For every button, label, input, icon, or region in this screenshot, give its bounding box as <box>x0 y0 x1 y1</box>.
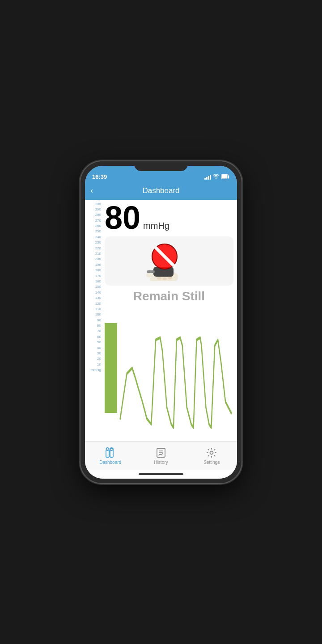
home-bar <box>139 473 183 475</box>
y-label-10: 10 <box>85 362 103 367</box>
y-label-160: 160 <box>85 279 103 284</box>
y-label-180: 180 <box>85 268 103 273</box>
svg-rect-13 <box>105 323 117 412</box>
y-label-150: 150 <box>85 284 103 290</box>
y-label-130: 130 <box>85 295 103 301</box>
mini-chart <box>105 306 233 441</box>
tab-bar: Dashboard History <box>85 441 237 470</box>
nav-bar: ‹ Dashboard <box>85 182 237 200</box>
y-label-110: 110 <box>85 307 103 312</box>
svg-point-8 <box>162 278 167 280</box>
status-time: 16:39 <box>92 173 107 180</box>
y-label-200: 200 <box>85 257 103 262</box>
instruction-card <box>105 236 233 286</box>
svg-rect-1 <box>222 175 228 178</box>
history-icon <box>155 446 167 459</box>
y-label-280: 280 <box>85 212 103 218</box>
svg-point-22 <box>210 451 213 454</box>
y-label-220: 220 <box>85 246 103 251</box>
pressure-value: 80 <box>105 202 140 234</box>
y-label-60: 60 <box>85 334 103 340</box>
y-label-50: 50 <box>85 340 103 345</box>
settings-icon <box>205 446 218 459</box>
main-content: 300 290 280 270 260 250 240 230 220 210 … <box>85 200 237 441</box>
y-label-80: 80 <box>85 323 103 328</box>
y-label-20: 20 <box>85 356 103 362</box>
status-icons <box>204 174 230 180</box>
wifi-icon <box>213 174 219 180</box>
signal-icon <box>204 174 211 180</box>
y-label-40: 40 <box>85 345 103 351</box>
notch <box>134 161 188 171</box>
y-label-270: 270 <box>85 218 103 223</box>
tab-history[interactable]: History <box>136 446 186 465</box>
y-label-170: 170 <box>85 274 103 279</box>
phone-frame: 16:39 <box>80 161 242 483</box>
tab-settings-label: Settings <box>203 460 220 465</box>
y-axis: 300 290 280 270 260 250 240 230 220 210 … <box>85 200 103 441</box>
y-label-120: 120 <box>85 301 103 307</box>
tab-dashboard-label: Dashboard <box>99 460 121 465</box>
content-panel: 80 mmHg <box>103 200 237 441</box>
y-label-100: 100 <box>85 312 103 317</box>
svg-rect-6 <box>147 270 155 273</box>
tab-settings[interactable]: Settings <box>186 446 237 465</box>
y-label-290: 290 <box>85 207 103 212</box>
y-label-30: 30 <box>85 351 103 356</box>
pressure-reading: 80 mmHg <box>105 202 233 234</box>
y-label-70: 70 <box>85 328 103 334</box>
y-label-230: 230 <box>85 240 103 245</box>
y-label-mmhg: mmHg <box>85 367 103 373</box>
instruction-text: Remain Still <box>105 289 233 303</box>
tab-history-label: History <box>154 460 168 465</box>
tab-dashboard[interactable]: Dashboard <box>85 446 136 465</box>
y-label-250: 250 <box>85 229 103 234</box>
dashboard-icon <box>104 446 117 459</box>
y-label-240: 240 <box>85 235 103 240</box>
page-title: Dashboard <box>142 186 179 195</box>
home-indicator <box>85 470 237 479</box>
back-button[interactable]: ‹ <box>90 186 93 195</box>
battery-icon <box>221 174 230 180</box>
y-label-260: 260 <box>85 223 103 229</box>
svg-rect-14 <box>106 450 109 457</box>
y-label-300: 300 <box>85 202 103 207</box>
pressure-unit: mmHg <box>143 221 169 231</box>
y-label-210: 210 <box>85 251 103 257</box>
y-label-90: 90 <box>85 318 103 323</box>
y-label-140: 140 <box>85 290 103 295</box>
svg-point-9 <box>168 277 172 279</box>
chart-area: 300 290 280 270 260 250 240 230 220 210 … <box>85 200 237 441</box>
svg-point-7 <box>157 277 161 280</box>
y-label-190: 190 <box>85 262 103 268</box>
no-touch-illustration <box>129 241 209 281</box>
phone-screen: 16:39 <box>85 166 237 479</box>
